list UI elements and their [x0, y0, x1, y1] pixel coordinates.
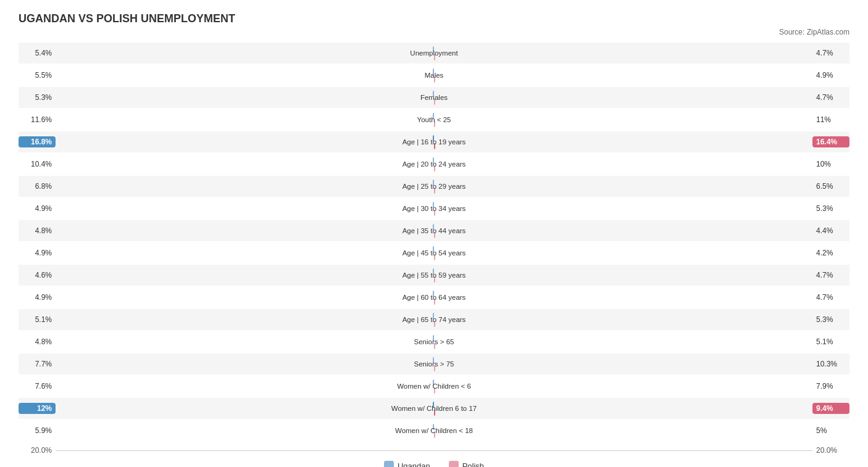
ugandan-value: 7.6% — [19, 382, 56, 391]
ugandan-value: 5.1% — [19, 315, 56, 324]
ugandan-value: 11.6% — [19, 115, 56, 124]
chart-row: 5.9%Women w/ Children < 185% — [19, 420, 849, 441]
polish-value: 16.4% — [812, 136, 849, 147]
polish-value: 7.9% — [812, 382, 849, 391]
chart-row: 11.6%Youth < 2511% — [19, 109, 849, 130]
polish-value: 10.3% — [812, 360, 849, 368]
ugandan-value: 5.9% — [19, 426, 56, 435]
chart-row: 4.8%Age | 35 to 44 years4.4% — [19, 220, 849, 241]
polish-value: 6.5% — [812, 182, 849, 191]
chart-row: 10.4%Age | 20 to 24 years10% — [19, 154, 849, 175]
source-label: Source: ZipAtlas.com — [19, 28, 849, 36]
chart-row: 4.9%Age | 30 to 34 years5.3% — [19, 198, 849, 219]
legend-polish: Polish — [449, 461, 484, 467]
polish-value: 4.2% — [812, 249, 849, 257]
ugandan-value: 7.7% — [19, 360, 56, 368]
ugandan-value: 5.5% — [19, 71, 56, 80]
ugandan-value: 5.4% — [19, 49, 56, 57]
polish-value: 4.7% — [812, 293, 849, 302]
axis-row: 20.0%20.0% — [19, 446, 849, 455]
polish-value: 4.7% — [812, 271, 849, 279]
chart-row: 7.7%Seniors > 7510.3% — [19, 353, 849, 374]
chart-row: 7.6%Women w/ Children < 67.9% — [19, 376, 849, 397]
axis-left-label: 20.0% — [19, 446, 56, 455]
chart-row: 5.1%Age | 65 to 74 years5.3% — [19, 309, 849, 330]
polish-value: 10% — [812, 160, 849, 168]
legend-ugandan: Ugandan — [384, 461, 430, 467]
polish-value: 4.7% — [812, 49, 849, 57]
ugandan-value: 4.6% — [19, 271, 56, 279]
chart-row: 4.9%Age | 60 to 64 years4.7% — [19, 287, 849, 308]
legend-ugandan-label: Ugandan — [398, 461, 430, 468]
polish-value: 5% — [812, 426, 849, 435]
polish-value: 4.9% — [812, 71, 849, 80]
polish-value: 4.7% — [812, 93, 849, 102]
legend-ugandan-icon — [384, 461, 394, 467]
polish-value: 4.4% — [812, 226, 849, 235]
legend-polish-icon — [449, 461, 459, 467]
ugandan-value: 4.9% — [19, 293, 56, 302]
ugandan-value: 12% — [19, 403, 56, 414]
chart-row: 5.3%Females4.7% — [19, 87, 849, 108]
ugandan-value: 4.9% — [19, 249, 56, 257]
chart-row: 5.5%Males4.9% — [19, 65, 849, 86]
page-title: UGANDAN VS POLISH UNEMPLOYMENT — [19, 12, 849, 25]
ugandan-value: 4.8% — [19, 226, 56, 235]
legend: UgandanPolish — [19, 461, 849, 467]
polish-value: 5.3% — [812, 204, 849, 213]
ugandan-value: 4.8% — [19, 337, 56, 346]
ugandan-value: 16.8% — [19, 136, 56, 147]
ugandan-value: 5.3% — [19, 93, 56, 102]
polish-value: 11% — [812, 115, 849, 124]
polish-value: 9.4% — [812, 403, 849, 414]
chart-row: 4.8%Seniors > 655.1% — [19, 331, 849, 352]
chart-row: 4.6%Age | 55 to 59 years4.7% — [19, 265, 849, 286]
axis-right-label: 20.0% — [812, 446, 849, 455]
chart-container: 5.4%Unemployment4.7%5.5%Males4.9%5.3%Fem… — [19, 43, 849, 467]
polish-value: 5.1% — [812, 337, 849, 346]
ugandan-value: 6.8% — [19, 182, 56, 191]
ugandan-value: 10.4% — [19, 160, 56, 168]
chart-row: 4.9%Age | 45 to 54 years4.2% — [19, 242, 849, 263]
chart-row: 12%Women w/ Children 6 to 179.4% — [19, 398, 849, 419]
legend-polish-label: Polish — [462, 461, 484, 468]
polish-value: 5.3% — [812, 315, 849, 324]
chart-row: 6.8%Age | 25 to 29 years6.5% — [19, 176, 849, 197]
chart-row: 5.4%Unemployment4.7% — [19, 43, 849, 64]
chart-row: 16.8%Age | 16 to 19 years16.4% — [19, 131, 849, 152]
ugandan-value: 4.9% — [19, 204, 56, 213]
